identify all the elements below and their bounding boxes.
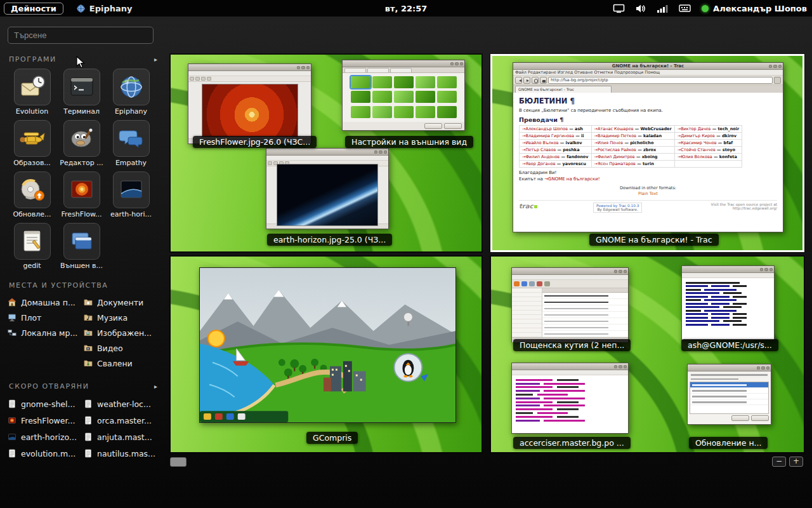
network-signal-icon[interactable]: [657, 4, 668, 13]
place-item-home[interactable]: Домашна п...: [8, 295, 81, 310]
gedit-icon: [18, 227, 46, 255]
programs-expander-icon[interactable]: ▸: [154, 56, 157, 63]
trac-intro: В секция „Бюлетини“ са периодичните съоб…: [519, 108, 777, 113]
terminal-output: [682, 278, 774, 340]
search-input[interactable]: [8, 27, 154, 44]
place-item-desktop[interactable]: Плот: [8, 310, 81, 325]
app-item-freshflower[interactable]: FreshFlow...: [57, 171, 106, 218]
browser-tabbar: GNOME на български! - Trac: [513, 85, 783, 93]
window-appearance-preferences[interactable]: [342, 60, 465, 131]
recent-expander-icon[interactable]: ▸: [154, 383, 157, 390]
clock[interactable]: вт, 22:57: [385, 4, 428, 13]
trac-team: Екипът на →GNOME на български!: [519, 177, 777, 182]
flower-photo: [202, 84, 298, 137]
place-item-videos[interactable]: Видео: [84, 340, 160, 356]
trac-visit: Visit the Trac open source project at ht…: [698, 203, 777, 210]
window-browser-trac[interactable]: GNOME на български! - Trac Файл Редактир…: [513, 62, 783, 232]
workspace-indicator[interactable]: [170, 457, 187, 467]
download-plaintext-link: Plain Text: [519, 191, 777, 196]
throbber-icon: [774, 77, 781, 84]
window-label-update: Обновление н...: [689, 437, 768, 449]
trac-heading-translators: Преводачи ¶: [519, 116, 777, 123]
window-titlebar: [512, 268, 628, 275]
recent-item[interactable]: earth-horizo...: [8, 429, 81, 445]
workspace-1-thumbnail[interactable]: FreshFlower.jpg-26.0 (ЧЗС... Настройки н…: [170, 54, 482, 252]
workspace-add-button[interactable]: +: [789, 457, 803, 467]
app-item-appearance[interactable]: Външен в...: [57, 223, 106, 270]
recent-item[interactable]: evolution.m...: [8, 445, 81, 462]
activities-button[interactable]: Дейности: [4, 3, 63, 15]
app-item-education[interactable]: Образов...: [8, 120, 56, 167]
place-label: Видео: [97, 344, 123, 353]
window-eog-earth-horizon[interactable]: [266, 148, 389, 229]
recent-item[interactable]: FreshFlower...: [8, 412, 81, 429]
text-file-icon: [8, 449, 16, 458]
volume-icon[interactable]: [636, 4, 646, 13]
recent-item[interactable]: weather-loc...: [84, 396, 160, 412]
update-dialog-body: [688, 371, 771, 424]
translator-cell: →Юлия Велкова — konfeta: [674, 154, 742, 161]
app-menu-button[interactable]: Epiphany: [76, 4, 133, 13]
translator-cell: →Ясен Праматаров — turin: [591, 161, 674, 168]
recent-item[interactable]: nautilus.mas...: [84, 445, 160, 462]
window-terminal-ash[interactable]: [681, 265, 775, 340]
recent-label: FreshFlower...: [21, 416, 75, 425]
epiphany-icon: [117, 73, 145, 101]
window-titlebar: [343, 60, 464, 67]
app-item-terminal[interactable]: Терминал: [57, 69, 106, 116]
recent-item[interactable]: orca.master...: [84, 412, 160, 429]
window-software-update[interactable]: [687, 364, 771, 425]
earth-image-icon: [8, 432, 16, 441]
image-editor-icon: [68, 124, 96, 152]
keyboard-icon[interactable]: [679, 4, 691, 13]
trac-download: Download in other formats: Plain Text: [519, 185, 777, 196]
place-item-downloads[interactable]: Свалени: [84, 356, 160, 371]
app-label: gedit: [23, 262, 41, 270]
place-item-pictures[interactable]: Изображен...: [84, 325, 160, 340]
window-label-earth: earth-horizon.jpg-25.0 (ЧЗ...: [267, 234, 392, 246]
text-file-icon: [84, 449, 93, 458]
window-titlebar: GNOME на български! - Trac: [513, 63, 783, 70]
app-grid: Evolution Терминал Ep: [8, 69, 160, 270]
recent-item[interactable]: gnome-shel...: [8, 396, 81, 412]
window-terminal-po-file[interactable]: [511, 363, 629, 434]
app-item-gedit[interactable]: gedit: [8, 223, 56, 270]
home-icon: [8, 298, 16, 307]
workspace-3-thumbnail[interactable]: GCompris: [170, 256, 482, 453]
window-titlebar: [188, 64, 311, 71]
app-label: Редактор ...: [60, 159, 103, 167]
display-icon[interactable]: [613, 4, 625, 13]
window-evolution-mail[interactable]: [511, 267, 629, 342]
po-file-content: [512, 375, 628, 433]
dash-sidebar: ПРОГРАМИ ▸ Evolution: [0, 17, 165, 508]
workspace-remove-button[interactable]: −: [772, 457, 786, 467]
app-item-evolution[interactable]: Evolution: [8, 69, 56, 116]
app-label: Обновле...: [13, 210, 51, 218]
app-item-image-editor[interactable]: Редактор ...: [57, 120, 106, 167]
desktop-icon: [8, 313, 16, 322]
user-menu-button[interactable]: Александър Шопов: [702, 4, 807, 13]
window-label-freshflower: FreshFlower.jpg-26.0 (ЧЗС...: [193, 136, 317, 148]
translator-cell: →Явор Доганов — yavorescu: [520, 161, 592, 168]
workspace-2-thumbnail-active[interactable]: GNOME на български! - Trac Файл Редактир…: [490, 54, 804, 252]
window-eog-freshflower[interactable]: [188, 64, 311, 144]
workspace-4-thumbnail[interactable]: Пощенска кутия (2 неп... ash@GNOME:/usr/…: [490, 256, 804, 453]
gnome-shell-overview: Дейности Epiphany вт, 22:57: [0, 0, 812, 508]
place-item-documents[interactable]: Документи: [84, 295, 160, 310]
app-item-earth-horizon[interactable]: earth-hori...: [107, 171, 155, 218]
app-item-empathy[interactable]: Empathy: [107, 120, 155, 167]
back-icon: [515, 77, 522, 84]
update-list: [690, 382, 769, 414]
recent-list: gnome-shel... FreshFlower... earth-horiz…: [8, 396, 160, 462]
place-item-network[interactable]: Локална мр...: [8, 325, 81, 340]
window-gcompris[interactable]: [199, 267, 456, 423]
place-item-music[interactable]: Музика: [84, 310, 160, 325]
app-item-epiphany[interactable]: Epiphany: [107, 69, 155, 116]
programs-header: ПРОГРАМИ ▸: [9, 55, 157, 64]
recent-item[interactable]: anjuta.mast...: [84, 429, 160, 445]
place-label: Плот: [21, 313, 41, 323]
translators-table: →Александър Шопов — ash →Атанас Кошарев …: [519, 125, 742, 168]
text-file-icon: [84, 416, 93, 425]
app-item-software-update[interactable]: Обновле...: [8, 171, 56, 218]
app-label: earth-hori...: [110, 210, 152, 218]
